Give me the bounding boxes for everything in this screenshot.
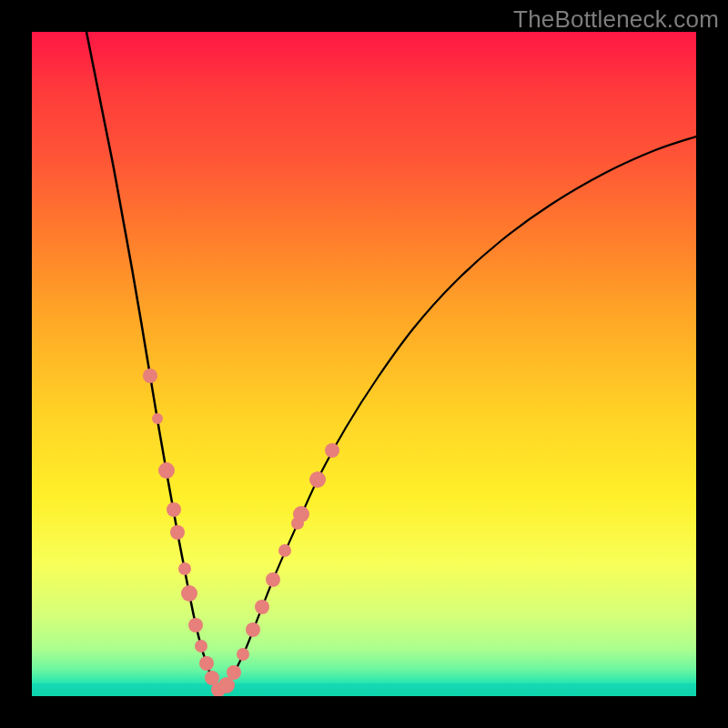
bead-marker (246, 622, 260, 637)
bead-marker (152, 413, 163, 424)
bead-marker (278, 544, 291, 557)
chart-frame: TheBottleneck.com (0, 0, 728, 728)
curve-right-arm (219, 136, 696, 692)
curve-layer (32, 32, 696, 696)
bead-marker (143, 369, 157, 383)
bead-marker (325, 443, 339, 458)
bead-marker (178, 562, 191, 575)
plot-area (32, 32, 696, 696)
bead-marker (181, 585, 197, 602)
bead-group (143, 369, 339, 696)
bead-marker (158, 462, 175, 479)
bead-marker (309, 471, 326, 488)
bead-marker (255, 600, 269, 614)
bead-marker (167, 502, 181, 517)
curve-left-arm (86, 32, 219, 692)
bead-marker (188, 618, 203, 632)
bead-marker (266, 572, 280, 587)
bead-marker (170, 525, 185, 540)
bead-marker (293, 506, 309, 522)
bead-marker (199, 656, 214, 671)
watermark-text: TheBottleneck.com (513, 5, 719, 34)
bead-marker (227, 665, 241, 680)
bead-marker (237, 648, 249, 661)
bead-marker (195, 640, 207, 652)
